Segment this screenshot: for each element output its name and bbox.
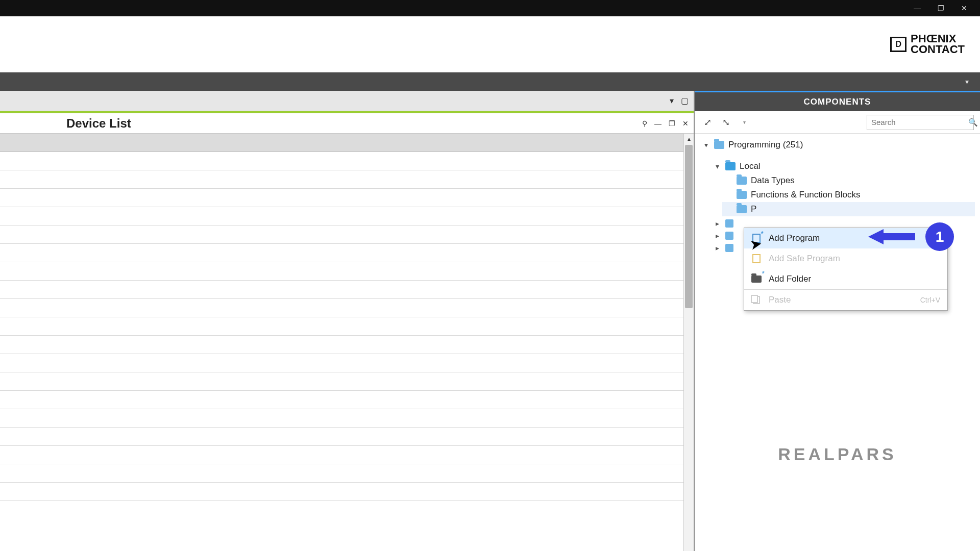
chevron-down-icon[interactable]: ▾ — [702, 141, 710, 149]
table-row — [0, 207, 694, 226]
watermark: REALPARS — [778, 444, 897, 464]
table-row — [0, 299, 694, 317]
panel-toolbar: ⤢ ⤡ ▾ 🔍 — [695, 111, 980, 134]
table-row — [0, 354, 694, 372]
window-maximize-button[interactable]: ❐ — [929, 0, 952, 16]
table-row — [0, 464, 694, 483]
chevron-down-icon[interactable]: ▾ — [713, 162, 721, 170]
chevron-right-icon[interactable]: ▸ — [713, 219, 721, 228]
panel-title: COMPONENTS — [695, 91, 980, 111]
menu-item-add-safe-program: Add Safe Program — [744, 248, 947, 269]
collapse-all-button[interactable]: ⤡ — [719, 116, 732, 129]
scroll-thumb[interactable] — [685, 145, 693, 308]
paste-icon — [751, 295, 762, 305]
ribbon: D PHŒNIXCONTACT — [0, 16, 980, 72]
table-row — [0, 152, 694, 170]
workspace-maximize-button[interactable]: ▢ — [681, 96, 689, 106]
window-close-button[interactable]: ✕ — [952, 0, 976, 16]
device-list-grid: ▴ — [0, 134, 694, 551]
tab-controls: ⚲ — ❐ ✕ — [642, 119, 689, 128]
menu-label: Add Folder — [769, 274, 811, 284]
tab-minimize-button[interactable]: — — [654, 119, 662, 128]
pin-icon: ⚲ — [642, 119, 647, 128]
workspace-toolbar: ▾ ▢ — [0, 91, 694, 111]
toolbar-collapse-button[interactable]: ▾ — [960, 76, 974, 88]
table-row — [0, 189, 694, 207]
table-row — [0, 409, 694, 428]
tab-close-button[interactable]: ✕ — [682, 119, 689, 128]
chevron-down-icon: ▾ — [743, 119, 746, 125]
window-titlebar: — ❐ ✕ — [0, 0, 980, 16]
chevron-down-icon: ▾ — [670, 96, 674, 106]
minimize-icon: — — [654, 119, 662, 128]
spacer — [724, 191, 732, 199]
window-minimize-button[interactable]: — — [905, 0, 929, 16]
tab-title: Device List — [0, 116, 131, 131]
add-safe-program-icon — [751, 254, 762, 264]
tab-pin-button[interactable]: ⚲ — [642, 119, 647, 128]
spacer — [724, 205, 732, 213]
spacer — [724, 177, 732, 185]
tree-label: Programming (251) — [728, 140, 803, 150]
brand-text: PHŒNIXCONTACT — [911, 34, 965, 55]
chevron-right-icon[interactable]: ▸ — [713, 232, 721, 240]
search-box[interactable]: 🔍 — [867, 115, 974, 130]
context-menu: Add Program Add Safe Program Add Folder … — [744, 228, 948, 311]
brand-logo: D PHŒNIXCONTACT — [890, 34, 965, 55]
category-icon — [725, 219, 733, 228]
dark-toolbar: ▾ — [0, 72, 980, 91]
tree-node-programming[interactable]: ▾ Programming (251) — [700, 138, 975, 152]
category-icon — [725, 232, 733, 240]
table-row — [0, 244, 694, 262]
table-row — [0, 226, 694, 244]
tree-node-data-types[interactable]: Data Types — [722, 173, 975, 188]
menu-item-paste: Paste Ctrl+V — [744, 290, 947, 310]
workspace: ▾ ▢ Device List ⚲ — ❐ ✕ — [0, 91, 694, 551]
menu-label: Paste — [769, 295, 791, 305]
table-row — [0, 428, 694, 446]
components-panel: COMPONENTS ⤢ ⤡ ▾ 🔍 ▾ Programming (251) — [694, 91, 980, 551]
chevron-right-icon[interactable]: ▸ — [713, 244, 721, 252]
tab-maximize-button[interactable]: ❐ — [669, 119, 675, 128]
table-row — [0, 317, 694, 336]
workspace-dropdown-button[interactable]: ▾ — [670, 96, 674, 106]
expand-all-button[interactable]: ⤢ — [701, 116, 714, 129]
panel-menu-button[interactable]: ▾ — [738, 116, 751, 129]
search-icon: 🔍 — [968, 118, 978, 127]
folder-icon — [725, 162, 736, 170]
collapse-icon: ⤡ — [722, 117, 730, 128]
table-row — [0, 262, 694, 281]
table-row — [0, 483, 694, 501]
grid-rows — [0, 152, 694, 501]
tree-label: Data Types — [751, 176, 795, 186]
table-row — [0, 281, 694, 299]
folder-icon — [737, 177, 747, 185]
brand-mark-icon: D — [890, 37, 907, 52]
table-row — [0, 170, 694, 189]
vertical-scrollbar[interactable]: ▴ — [683, 134, 694, 551]
table-row — [0, 391, 694, 409]
tree-node-local[interactable]: ▾ Local — [711, 159, 975, 173]
add-folder-icon — [751, 274, 762, 284]
tree-node-programs[interactable]: P — [722, 202, 975, 216]
tree-label: Functions & Function Blocks — [751, 190, 860, 200]
tree-node-functions-blocks[interactable]: Functions & Function Blocks — [722, 188, 975, 202]
menu-item-add-folder[interactable]: Add Folder — [744, 269, 947, 289]
category-icon — [725, 244, 733, 252]
scroll-up-icon[interactable]: ▴ — [684, 134, 694, 144]
search-input[interactable] — [871, 118, 968, 127]
chevron-down-icon: ▾ — [965, 78, 969, 86]
main-split: ▾ ▢ Device List ⚲ — ❐ ✕ — [0, 91, 980, 551]
add-program-icon — [751, 233, 762, 243]
minimize-icon: — — [914, 4, 921, 12]
tab-bar: Device List ⚲ — ❐ ✕ — [0, 113, 694, 134]
expand-icon: ⤢ — [704, 117, 712, 128]
menu-label: Add Safe Program — [769, 254, 840, 264]
menu-item-add-program[interactable]: Add Program — [744, 228, 947, 248]
square-icon: ▢ — [681, 96, 689, 106]
folder-icon — [737, 205, 747, 213]
menu-label: Add Program — [769, 233, 820, 243]
menu-shortcut: Ctrl+V — [920, 296, 940, 304]
grid-header — [0, 134, 694, 152]
maximize-icon: ❐ — [938, 4, 944, 12]
